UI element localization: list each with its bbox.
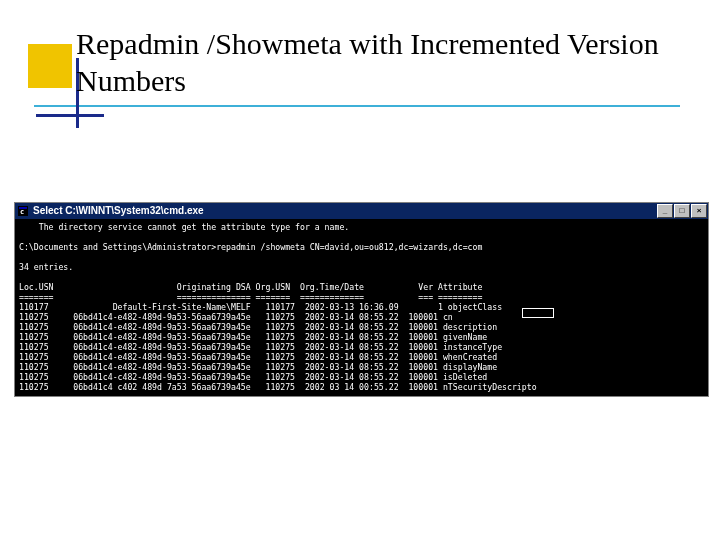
cmd-sysmenu-icon[interactable]: c (17, 205, 29, 217)
title-divider-cyan (34, 105, 680, 107)
cmd-window[interactable]: c Select C:\WINNT\System32\cmd.exe _ □ ×… (14, 202, 709, 397)
slide-title-block: Repadmin /Showmeta with Incremented Vers… (48, 26, 680, 99)
minimize-button[interactable]: _ (657, 204, 673, 218)
cmd-title-text: Select C:\WINNT\System32\cmd.exe (33, 206, 204, 216)
title-accent-horizontal (36, 114, 104, 117)
slide: Repadmin /Showmeta with Incremented Vers… (0, 0, 720, 540)
close-button[interactable]: × (691, 204, 707, 218)
cmd-body[interactable]: The directory service cannot get the att… (15, 220, 708, 396)
slide-title: Repadmin /Showmeta with Incremented Vers… (48, 26, 680, 99)
svg-text:c: c (20, 208, 24, 216)
cmd-titlebar[interactable]: c Select C:\WINNT\System32\cmd.exe _ □ × (15, 203, 708, 220)
maximize-button[interactable]: □ (674, 204, 690, 218)
